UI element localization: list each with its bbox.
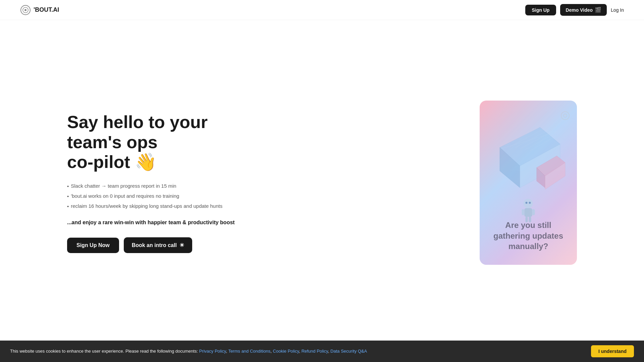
logo-icon [20, 5, 31, 15]
hero-content: Say hello to your team's ops co-pilot 👋 … [67, 112, 235, 253]
demo-label: Demo Video [566, 7, 593, 13]
svg-point-2 [24, 9, 26, 11]
calendar-icon: ☀ [179, 242, 184, 248]
logo-text: 'BOUT.AI [34, 6, 59, 13]
nav-demo-button[interactable]: Demo Video 🎬 [560, 4, 607, 16]
terms-link[interactable]: Terms and Conditions [228, 349, 271, 354]
logo-link[interactable]: 'BOUT.AI [20, 5, 59, 15]
nav-signup-button[interactable]: Sign Up [525, 5, 556, 15]
privacy-policy-link[interactable]: Privacy Policy [199, 349, 226, 354]
nav-actions: Sign Up Demo Video 🎬 Log In [525, 4, 624, 16]
hero-signup-button[interactable]: Sign Up Now [67, 238, 119, 253]
understand-button[interactable]: I understand [591, 345, 634, 357]
svg-point-16 [561, 112, 569, 120]
cookie-banner: This website uses cookies to enhance the… [0, 341, 644, 362]
hero-visual: Are you still gathering updates manually… [480, 101, 577, 265]
demo-icon: 🎬 [595, 7, 601, 13]
bullet-3: reclaim 16 hours/week by skipping long s… [67, 203, 235, 209]
data-security-link[interactable]: Data Security Q&A [330, 349, 367, 354]
navbar: 'BOUT.AI Sign Up Demo Video 🎬 Log In [0, 0, 644, 20]
bullet-2: 'bout.ai works on 0 input and requires n… [67, 193, 235, 199]
svg-point-18 [524, 199, 533, 208]
hero-cta: Sign Up Now Book an intro call ☀ [67, 237, 235, 253]
hero-section: Say hello to your team's ops co-pilot 👋 … [0, 20, 644, 345]
cookie-text: This website uses cookies to enhance the… [10, 348, 583, 355]
hero-tagline: ...and enjoy a rare win-win with happier… [67, 219, 235, 227]
hero-card: Are you still gathering updates manually… [480, 101, 577, 265]
intro-label: Book an intro call [132, 242, 177, 248]
svg-point-17 [564, 114, 567, 117]
nav-login-button[interactable]: Log In [611, 7, 624, 13]
svg-point-19 [526, 202, 528, 204]
svg-point-20 [529, 202, 531, 204]
card-question: Are you still gathering updates manually… [480, 210, 577, 265]
hero-title: Say hello to your team's ops co-pilot 👋 [67, 112, 235, 172]
wave-emoji: 👋 [135, 152, 157, 172]
hero-intro-button[interactable]: Book an intro call ☀ [124, 237, 192, 253]
geometric-shapes [480, 101, 577, 201]
bullet-1: Slack chatter → team progress report in … [67, 183, 235, 189]
hero-bullets: Slack chatter → team progress report in … [67, 183, 235, 209]
cookie-policy-link[interactable]: Cookie Policy [273, 349, 299, 354]
refund-policy-link[interactable]: Refund Policy [302, 349, 328, 354]
